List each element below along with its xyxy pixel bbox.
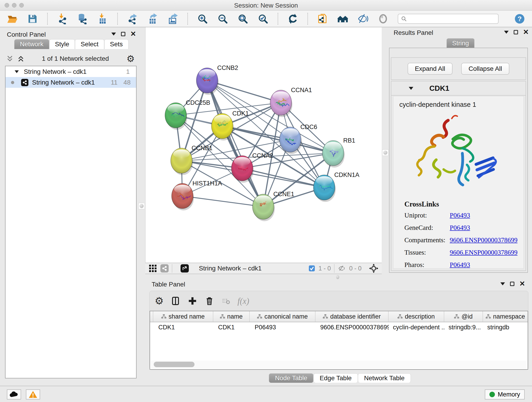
add-column-icon[interactable] — [187, 296, 197, 306]
scrollbar-thumb[interactable] — [154, 362, 195, 367]
network-node-RB1[interactable] — [322, 140, 345, 167]
tab-sets[interactable]: Sets — [104, 39, 128, 49]
network-node-CCNA1[interactable] — [270, 90, 292, 117]
string-view-icon[interactable] — [160, 264, 169, 273]
tab-select[interactable]: Select — [75, 39, 104, 49]
network-view[interactable]: CCNB2CCNA1CDC25BCDK1CDC6RB1CCNB1CCNA2CDK… — [145, 27, 382, 263]
selected-checkbox-icon[interactable] — [308, 265, 315, 272]
collection-expand-icon[interactable] — [15, 70, 19, 73]
float-panel-icon[interactable] — [514, 30, 518, 34]
warnings-button[interactable] — [26, 389, 40, 400]
memory-label: Memory — [498, 391, 520, 398]
expand-all-icon[interactable] — [17, 55, 24, 62]
homes-icon[interactable] — [337, 13, 348, 24]
delete-column-icon[interactable] — [204, 296, 215, 306]
import-table-icon[interactable] — [97, 13, 108, 24]
save-session-icon[interactable] — [27, 13, 38, 24]
search-field[interactable] — [398, 14, 499, 24]
network-label: String Network – cdk1 — [32, 79, 111, 86]
column-header[interactable]: @id — [444, 311, 483, 322]
center-view-icon[interactable] — [369, 264, 379, 273]
collapse-all-icon[interactable] — [6, 55, 13, 62]
right-splitter-grip[interactable] — [382, 149, 389, 156]
delete-table-icon[interactable] — [221, 296, 230, 306]
panel-menu-icon[interactable] — [504, 31, 509, 34]
open-session-icon[interactable] — [7, 13, 18, 24]
network-node-CDKN1A[interactable] — [313, 175, 336, 202]
network-collection-row[interactable]: String Network – cdk1 1 — [6, 66, 136, 77]
show-graphics-icon[interactable] — [378, 13, 389, 24]
column-header[interactable]: canonical name — [250, 311, 316, 322]
panel-menu-icon[interactable] — [111, 32, 116, 36]
hidden-elements-icon[interactable] — [338, 264, 346, 273]
zoom-fit-icon[interactable] — [237, 13, 248, 24]
memory-button[interactable]: Memory — [485, 389, 525, 400]
network-node-CCNB1[interactable] — [171, 148, 193, 175]
grid-view-icon[interactable] — [148, 264, 157, 273]
refresh-icon[interactable] — [287, 13, 298, 24]
network-node-CDK1[interactable] — [211, 114, 234, 140]
network-edge-CCNB2-CCNE1[interactable] — [207, 80, 263, 207]
network-node-CCNB2[interactable] — [196, 68, 219, 95]
show-columns-icon[interactable] — [171, 296, 181, 306]
float-panel-icon[interactable] — [510, 282, 514, 286]
zoom-in-icon[interactable] — [197, 13, 208, 24]
network-edge-CCNA2-CDKN1A[interactable] — [242, 168, 324, 187]
compartments-link[interactable]: 9606.ENSP00000378699 — [450, 236, 518, 244]
network-node-CCNA2[interactable] — [231, 156, 254, 183]
zoom-out-icon[interactable] — [217, 13, 228, 24]
network-options-gear-icon[interactable]: ⚙ — [127, 54, 135, 63]
export-image-icon[interactable] — [167, 13, 178, 24]
bottom-splitter-grip[interactable] — [336, 274, 340, 280]
expand-all-button[interactable]: Expand All — [408, 63, 452, 75]
export-network-icon[interactable] — [127, 13, 138, 24]
left-splitter-grip[interactable] — [138, 203, 145, 209]
tab-string[interactable]: String — [446, 38, 475, 48]
column-header[interactable]: shared name — [153, 311, 213, 322]
network-row[interactable]: String Network – cdk1 11 48 — [6, 77, 136, 88]
tab-network[interactable]: Network — [14, 39, 49, 49]
import-network-icon[interactable] — [57, 13, 68, 24]
close-panel-icon[interactable]: ✕ — [523, 30, 529, 35]
detach-view-icon[interactable] — [181, 264, 189, 273]
column-header[interactable]: namespace — [483, 311, 528, 322]
hide-graphics-icon[interactable] — [357, 13, 368, 24]
section-expand-icon[interactable] — [409, 87, 413, 90]
uniprot-link[interactable]: P06493 — [450, 211, 470, 219]
column-header[interactable]: database identifier — [316, 311, 388, 322]
tab-node-table[interactable]: Node Table — [269, 373, 313, 383]
share-document-icon[interactable] — [317, 13, 328, 24]
node-label-CCNB2: CCNB2 — [217, 64, 238, 71]
column-header[interactable]: name — [213, 311, 250, 322]
tab-edge-table[interactable]: Edge Table — [313, 373, 358, 383]
node-label-CCNB1: CCNB1 — [191, 145, 213, 152]
import-database-icon[interactable] — [77, 13, 88, 24]
zoom-selected-icon[interactable] — [258, 13, 268, 24]
network-node-CCNE1[interactable] — [253, 194, 275, 221]
table-row[interactable]: CDK1 CDK1 P06493 9606.ENSP00000378699 cy… — [150, 322, 528, 333]
float-panel-icon[interactable] — [121, 32, 125, 36]
table-options-gear-icon[interactable]: ⚙ — [155, 296, 164, 306]
close-panel-icon[interactable]: ✕ — [130, 32, 136, 36]
horizontal-scrollbar[interactable] — [151, 361, 527, 368]
network-node-CDC25B[interactable] — [165, 103, 187, 130]
function-builder-icon[interactable]: f(x) — [237, 296, 249, 306]
search-input[interactable] — [409, 15, 495, 22]
collapse-all-button[interactable]: Collapse All — [461, 63, 509, 75]
results-panel-title: Results Panel — [394, 29, 433, 36]
pharos-link[interactable]: P06493 — [450, 261, 470, 269]
network-edge-HIST1H1A-CCNE1[interactable] — [182, 196, 263, 207]
network-edge-count: 48 — [123, 79, 131, 86]
tab-network-table[interactable]: Network Table — [358, 373, 411, 383]
genecard-link[interactable]: P06493 — [450, 224, 470, 231]
help-icon[interactable]: ? — [514, 13, 525, 24]
tab-style[interactable]: Style — [49, 39, 75, 49]
tissues-link[interactable]: 9606.ENSP00000378699 — [450, 249, 518, 256]
cloud-button[interactable] — [7, 389, 21, 400]
close-panel-icon[interactable]: ✕ — [519, 281, 525, 286]
panel-menu-icon[interactable] — [500, 282, 505, 285]
column-header[interactable]: description — [389, 311, 444, 322]
export-table-icon[interactable] — [147, 13, 158, 24]
network-node-HIST1H1A[interactable] — [172, 183, 194, 211]
gene-section-header[interactable]: CDK1 — [391, 81, 526, 96]
